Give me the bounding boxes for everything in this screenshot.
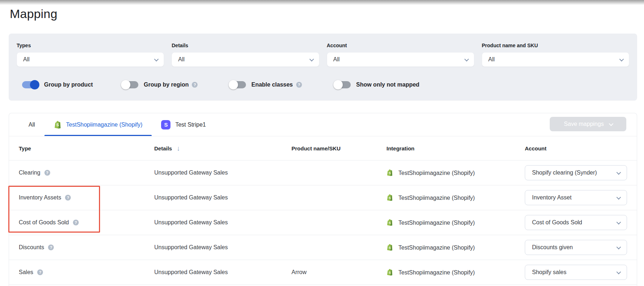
- account-mapping-select[interactable]: Shopify sales: [525, 265, 627, 280]
- chevron-down-icon: [309, 57, 314, 61]
- chevron-down-icon: [617, 245, 621, 249]
- table-body: Clearing Unsupported Gateway Sales S Tes…: [9, 160, 637, 285]
- account-mapping-value: Shopify clearing (Synder): [532, 170, 597, 176]
- col-header-details[interactable]: Details↓: [154, 145, 180, 152]
- tab-test-stripe1[interactable]: S Test Stripe1: [152, 113, 215, 136]
- svg-text:S: S: [389, 221, 391, 225]
- account-cell: Cost of Goods Sold: [525, 215, 627, 230]
- shopify-icon: S: [386, 169, 393, 177]
- group-by-region-toggle[interactable]: [122, 81, 138, 88]
- toggle-knob: [229, 80, 238, 89]
- toggle-knob: [30, 80, 39, 89]
- integration-cell: S TestShopiimagazine (Shopify): [386, 169, 475, 177]
- mapping-card: All S TestShopiimagazine (Shopify) S Tes…: [9, 113, 637, 286]
- account-mapping-select[interactable]: Shopify clearing (Synder): [525, 165, 627, 180]
- account-mapping-select[interactable]: Inventory Asset: [525, 190, 627, 205]
- col-header-type: Type: [19, 145, 31, 151]
- help-icon[interactable]: [48, 245, 54, 250]
- types-select-value: All: [23, 56, 30, 63]
- chevron-down-icon: [617, 195, 621, 199]
- account-select[interactable]: All: [327, 52, 474, 67]
- svg-text:S: S: [56, 123, 59, 127]
- save-mappings-button[interactable]: Save mappings: [550, 117, 626, 131]
- types-select[interactable]: All: [17, 52, 164, 67]
- toggle-group-by-region: Group by region: [122, 80, 198, 89]
- enable-classes-label: Enable classes: [251, 82, 293, 88]
- chevron-down-icon: [154, 57, 159, 61]
- group-by-product-toggle[interactable]: [22, 81, 39, 88]
- tab-all[interactable]: All: [19, 113, 44, 136]
- page-title: Mapping: [10, 7, 57, 21]
- type-cell: Inventory Assets: [19, 194, 71, 201]
- toggle-knob: [333, 80, 343, 89]
- svg-text:S: S: [389, 271, 391, 274]
- filter-fields: Types All Details All Account All Produc…: [17, 43, 629, 67]
- account-select-value: All: [333, 56, 340, 63]
- details-cell: Unsupported Gateway Sales: [154, 194, 228, 201]
- shopify-icon: S: [386, 219, 393, 226]
- tab-stripe-label: Test Stripe1: [175, 122, 206, 128]
- show-only-not-mapped-label: Show only not mapped: [356, 82, 419, 88]
- filter-field-types: Types All: [17, 43, 164, 67]
- account-cell: Shopify sales: [525, 265, 627, 280]
- types-label: Types: [17, 43, 164, 48]
- help-icon[interactable]: [44, 170, 50, 176]
- type-label: Clearing: [19, 170, 40, 176]
- toggle-group-by-product: Group by product: [22, 80, 93, 89]
- col-header-account: Account: [525, 145, 546, 151]
- details-select[interactable]: All: [172, 52, 319, 67]
- filter-field-product-sku: Product name and SKU All: [482, 43, 629, 67]
- type-cell: Cost of Goods Sold: [19, 219, 79, 226]
- details-cell: Unsupported Gateway Sales: [154, 219, 228, 226]
- shopify-icon: S: [386, 194, 393, 202]
- help-icon[interactable]: [192, 82, 198, 88]
- integration-cell: S TestShopiimagazine (Shopify): [386, 194, 475, 202]
- help-icon[interactable]: [296, 82, 302, 88]
- table-row-inventory-assets: Inventory Assets Unsupported Gateway Sal…: [9, 185, 637, 210]
- product-cell: Arrow: [291, 269, 307, 276]
- integration-cell: S TestShopiimagazine (Shopify): [386, 269, 475, 276]
- stripe-icon: S: [161, 120, 170, 129]
- sort-desc-icon[interactable]: ↓: [177, 145, 180, 152]
- table-row-cost-of-goods-sold: Cost of Goods Sold Unsupported Gateway S…: [9, 210, 637, 235]
- type-label: Cost of Goods Sold: [19, 219, 69, 226]
- show-only-not-mapped-toggle[interactable]: [334, 81, 351, 88]
- integration-label: TestShopiimagazine (Shopify): [398, 269, 475, 276]
- account-mapping-value: Shopify sales: [532, 269, 566, 276]
- table-row-sales: Sales Unsupported Gateway Sales Arrow S …: [9, 260, 637, 285]
- product-sku-select[interactable]: All: [482, 52, 629, 67]
- help-icon[interactable]: [65, 195, 71, 201]
- account-mapping-select[interactable]: Cost of Goods Sold: [525, 215, 627, 230]
- type-cell: Sales: [19, 269, 43, 276]
- details-label: Details: [172, 43, 319, 48]
- integration-cell: S TestShopiimagazine (Shopify): [386, 219, 475, 226]
- help-icon[interactable]: [37, 269, 43, 275]
- save-mappings-label: Save mappings: [564, 121, 604, 127]
- type-label: Discounts: [19, 244, 44, 251]
- toggle-knob: [121, 80, 130, 89]
- chevron-down-icon: [619, 57, 624, 61]
- chevron-down-icon: [617, 170, 621, 175]
- account-label: Account: [327, 43, 474, 48]
- details-cell: Unsupported Gateway Sales: [154, 269, 228, 276]
- integration-label: TestShopiimagazine (Shopify): [398, 194, 475, 201]
- type-cell: Discounts: [19, 244, 54, 251]
- integration-label: TestShopiimagazine (Shopify): [398, 219, 475, 226]
- details-select-value: All: [178, 56, 185, 63]
- tab-all-label: All: [29, 122, 35, 128]
- type-cell: Clearing: [19, 170, 50, 176]
- integration-label: TestShopiimagazine (Shopify): [398, 244, 475, 251]
- tab-testshopiimagazine[interactable]: S TestShopiimagazine (Shopify): [44, 113, 152, 136]
- chevron-down-icon: [609, 121, 613, 126]
- filter-field-details: Details All: [172, 43, 319, 67]
- account-mapping-value: Discounts given: [532, 244, 573, 251]
- svg-text:S: S: [389, 196, 391, 200]
- tab-shopify-label: TestShopiimagazine (Shopify): [66, 122, 143, 128]
- account-mapping-select[interactable]: Discounts given: [525, 240, 627, 255]
- help-icon[interactable]: [73, 220, 79, 225]
- filter-panel: Types All Details All Account All Produc…: [9, 34, 637, 101]
- enable-classes-toggle[interactable]: [229, 81, 246, 88]
- account-mapping-value: Cost of Goods Sold: [532, 219, 582, 226]
- filter-field-account: Account All: [327, 43, 474, 67]
- type-label: Inventory Assets: [19, 194, 61, 201]
